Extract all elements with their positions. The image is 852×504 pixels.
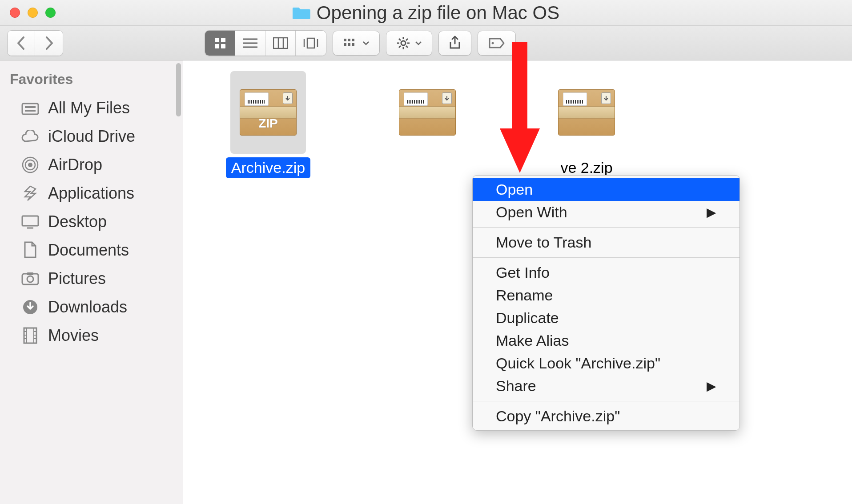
forward-button[interactable] [35, 31, 63, 56]
sidebar-item-label: Downloads [48, 298, 127, 316]
sidebar-item-downloads[interactable]: Downloads [0, 293, 183, 321]
downloads-icon [20, 297, 40, 317]
cloud-icon [20, 127, 40, 146]
svg-rect-2 [215, 44, 219, 48]
svg-point-32 [28, 163, 32, 167]
sidebar-item-label: Movies [48, 326, 99, 345]
share-icon [449, 36, 461, 51]
chevron-down-icon [415, 41, 422, 45]
sidebar-item-all-files[interactable]: All My Files [0, 94, 183, 122]
file-item[interactable]: ve 2.zip [549, 71, 624, 178]
menu-item-trash[interactable]: Move to Trash [473, 231, 739, 254]
pictures-icon [20, 269, 40, 288]
menu-divider [473, 227, 739, 228]
zip-archive-icon [558, 89, 615, 136]
svg-point-38 [27, 276, 33, 282]
toolbar [0, 26, 852, 60]
minimize-button[interactable] [28, 8, 38, 18]
menu-item-open-with[interactable]: Open With ▶ [473, 201, 739, 224]
column-view-button[interactable] [265, 31, 296, 56]
sidebar-heading: Favorites [0, 71, 183, 94]
sidebar-item-label: Applications [48, 184, 134, 203]
svg-rect-18 [352, 43, 354, 46]
sidebar-item-label: Documents [48, 241, 129, 260]
svg-line-27 [399, 46, 401, 48]
icon-view-button[interactable] [205, 31, 235, 56]
sidebar-item-applications[interactable]: Applications [0, 179, 183, 208]
main-area: Favorites All My Files iCloud Drive AirD… [0, 60, 852, 504]
svg-rect-35 [22, 216, 38, 226]
svg-rect-14 [348, 39, 350, 41]
action-button[interactable] [386, 31, 432, 56]
svg-rect-39 [27, 272, 33, 275]
zip-archive-icon: ZIP [240, 89, 297, 136]
file-label [422, 157, 433, 161]
sidebar-item-icloud[interactable]: iCloud Drive [0, 122, 183, 151]
file-item[interactable]: ZIP Archive.zip [230, 71, 306, 178]
svg-rect-30 [25, 106, 36, 108]
file-icon: ZIP [230, 71, 306, 154]
svg-point-28 [492, 42, 494, 44]
sidebar-item-label: All My Files [48, 99, 130, 117]
svg-rect-17 [348, 43, 350, 46]
list-view-button[interactable] [235, 31, 265, 56]
menu-item-share[interactable]: Share ▶ [473, 375, 739, 397]
sidebar-item-label: Desktop [48, 212, 107, 231]
tags-button[interactable] [478, 31, 516, 56]
sidebar: Favorites All My Files iCloud Drive AirD… [0, 60, 183, 504]
sidebar-item-pictures[interactable]: Pictures [0, 264, 183, 293]
menu-item-quick-look[interactable]: Quick Look "Archive.zip" [473, 352, 739, 375]
sidebar-item-desktop[interactable]: Desktop [0, 208, 183, 236]
maximize-button[interactable] [45, 8, 56, 18]
svg-line-24 [399, 39, 401, 40]
sidebar-item-documents[interactable]: Documents [0, 236, 183, 264]
submenu-arrow-icon: ▶ [707, 379, 716, 393]
airdrop-icon [20, 155, 40, 175]
menu-item-duplicate[interactable]: Duplicate [473, 307, 739, 329]
file-grid: ZIP Archive.zip [201, 71, 834, 178]
content-area[interactable]: ZIP Archive.zip [183, 60, 852, 504]
menu-item-make-alias[interactable]: Make Alias [473, 329, 739, 352]
svg-rect-3 [221, 44, 225, 48]
svg-rect-31 [25, 110, 36, 112]
all-files-icon [20, 98, 40, 118]
movies-icon [20, 326, 40, 345]
sidebar-scrollbar[interactable] [176, 63, 181, 116]
applications-icon [20, 184, 40, 203]
chevron-down-icon [362, 41, 370, 45]
traffic-lights [0, 8, 56, 18]
zip-archive-icon [399, 89, 456, 136]
arrange-button[interactable] [333, 31, 380, 56]
svg-rect-16 [344, 43, 346, 46]
close-button[interactable] [10, 8, 20, 18]
sidebar-item-airdrop[interactable]: AirDrop [0, 151, 183, 179]
sidebar-item-movies[interactable]: Movies [0, 321, 183, 350]
svg-line-25 [406, 46, 408, 48]
menu-item-get-info[interactable]: Get Info [473, 261, 739, 284]
menu-item-copy[interactable]: Copy "Archive.zip" [473, 405, 739, 428]
gear-icon [396, 36, 410, 50]
svg-rect-29 [22, 104, 38, 114]
menu-item-rename[interactable]: Rename [473, 284, 739, 307]
window-title-text: Opening a zip file on Mac OS [317, 2, 559, 24]
menu-divider [473, 257, 739, 258]
sidebar-item-label: Pictures [48, 269, 106, 288]
svg-point-19 [401, 41, 406, 45]
submenu-arrow-icon: ▶ [707, 205, 716, 220]
coverflow-view-button[interactable] [296, 31, 326, 56]
svg-rect-15 [352, 39, 354, 41]
back-button[interactable] [8, 31, 35, 56]
documents-icon [20, 240, 40, 260]
svg-rect-1 [221, 38, 225, 42]
svg-rect-0 [215, 38, 219, 42]
tag-icon [488, 37, 506, 49]
svg-rect-13 [344, 39, 346, 41]
file-item[interactable] [390, 71, 465, 178]
svg-line-26 [406, 39, 408, 40]
context-menu: Open Open With ▶ Move to Trash Get Info … [472, 175, 740, 431]
file-icon [390, 71, 465, 154]
share-button[interactable] [438, 31, 471, 56]
svg-rect-10 [307, 38, 314, 48]
window-title: Opening a zip file on Mac OS [293, 2, 559, 24]
menu-item-open[interactable]: Open [473, 178, 739, 201]
